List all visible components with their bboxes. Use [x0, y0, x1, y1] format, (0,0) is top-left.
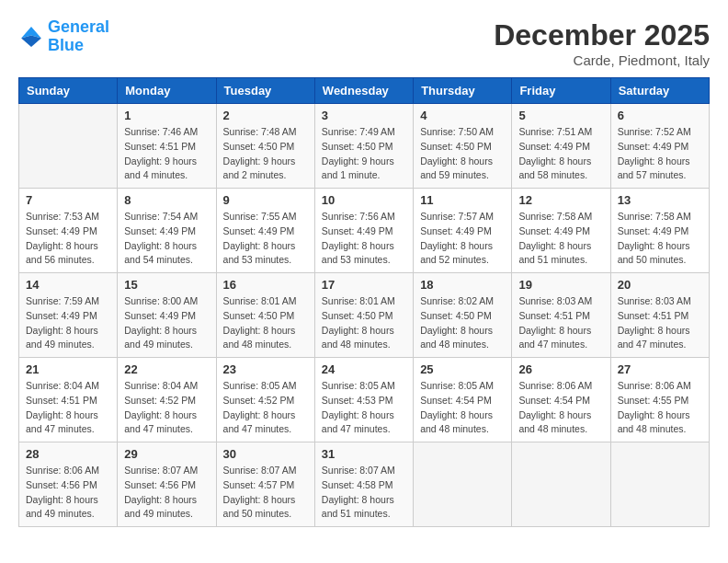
day-number: 30 — [223, 447, 308, 461]
calendar-cell: 29Sunrise: 8:07 AMSunset: 4:56 PMDayligh… — [118, 442, 216, 527]
day-number: 25 — [420, 362, 505, 376]
calendar-cell: 18Sunrise: 8:02 AMSunset: 4:50 PMDayligh… — [414, 273, 512, 358]
day-number: 22 — [124, 362, 209, 376]
day-info: Sunrise: 7:58 AMSunset: 4:49 PMDaylight:… — [518, 210, 603, 268]
calendar-cell: 8Sunrise: 7:54 AMSunset: 4:49 PMDaylight… — [118, 189, 216, 273]
day-info: Sunrise: 7:54 AMSunset: 4:49 PMDaylight:… — [124, 210, 209, 268]
day-number: 4 — [420, 109, 505, 122]
weekday-header-tuesday: Tuesday — [216, 78, 314, 104]
day-number: 3 — [322, 109, 406, 122]
day-number: 5 — [518, 109, 603, 122]
logo-text: General Blue — [48, 18, 109, 55]
weekday-header-sunday: Sunday — [19, 78, 118, 104]
calendar-cell: 22Sunrise: 8:04 AMSunset: 4:52 PMDayligh… — [118, 358, 216, 442]
title-block: December 2025 Carde, Piedmont, Italy — [494, 18, 710, 68]
calendar-cell: 14Sunrise: 7:59 AMSunset: 4:49 PMDayligh… — [19, 273, 118, 358]
calendar-cell — [414, 442, 512, 527]
day-info: Sunrise: 7:56 AMSunset: 4:49 PMDaylight:… — [322, 210, 406, 268]
calendar-cell: 30Sunrise: 8:07 AMSunset: 4:57 PMDayligh… — [216, 442, 314, 527]
page-header: General Blue December 2025 Carde, Piedmo… — [18, 18, 710, 68]
day-number: 24 — [322, 362, 406, 376]
calendar-cell: 9Sunrise: 7:55 AMSunset: 4:49 PMDaylight… — [216, 189, 314, 273]
calendar-cell — [19, 104, 118, 189]
day-number: 15 — [124, 278, 209, 292]
day-info: Sunrise: 8:05 AMSunset: 4:52 PMDaylight:… — [223, 379, 308, 437]
day-number: 20 — [618, 278, 702, 292]
weekday-header-friday: Friday — [512, 78, 610, 104]
day-number: 7 — [26, 193, 110, 207]
calendar-header: SundayMondayTuesdayWednesdayThursdayFrid… — [19, 78, 710, 104]
calendar-cell: 5Sunrise: 7:51 AMSunset: 4:49 PMDaylight… — [512, 104, 610, 189]
weekday-header-saturday: Saturday — [610, 78, 709, 104]
day-info: Sunrise: 7:58 AMSunset: 4:49 PMDaylight:… — [618, 210, 702, 268]
calendar-cell — [512, 442, 610, 527]
weekday-row: SundayMondayTuesdayWednesdayThursdayFrid… — [19, 78, 710, 104]
day-number: 21 — [26, 362, 110, 376]
day-number: 26 — [518, 362, 603, 376]
day-number: 29 — [124, 447, 209, 461]
day-info: Sunrise: 7:59 AMSunset: 4:49 PMDaylight:… — [26, 294, 110, 352]
day-number: 27 — [618, 362, 702, 376]
day-info: Sunrise: 8:01 AMSunset: 4:50 PMDaylight:… — [223, 294, 308, 352]
day-number: 14 — [26, 278, 110, 292]
location: Carde, Piedmont, Italy — [494, 52, 710, 68]
week-row-1: 1Sunrise: 7:46 AMSunset: 4:51 PMDaylight… — [19, 104, 710, 189]
day-info: Sunrise: 8:06 AMSunset: 4:54 PMDaylight:… — [518, 379, 603, 437]
calendar-cell: 25Sunrise: 8:05 AMSunset: 4:54 PMDayligh… — [414, 358, 512, 442]
day-number: 8 — [124, 193, 209, 207]
day-info: Sunrise: 8:07 AMSunset: 4:56 PMDaylight:… — [124, 464, 209, 522]
day-info: Sunrise: 8:07 AMSunset: 4:58 PMDaylight:… — [322, 464, 406, 522]
day-number: 1 — [124, 109, 209, 122]
day-info: Sunrise: 8:07 AMSunset: 4:57 PMDaylight:… — [223, 464, 308, 522]
week-row-2: 7Sunrise: 7:53 AMSunset: 4:49 PMDaylight… — [19, 189, 710, 273]
day-info: Sunrise: 8:04 AMSunset: 4:52 PMDaylight:… — [124, 379, 209, 437]
day-number: 6 — [618, 109, 702, 122]
calendar-cell: 21Sunrise: 8:04 AMSunset: 4:51 PMDayligh… — [19, 358, 118, 442]
calendar-cell: 28Sunrise: 8:06 AMSunset: 4:56 PMDayligh… — [19, 442, 118, 527]
day-info: Sunrise: 8:00 AMSunset: 4:49 PMDaylight:… — [124, 294, 209, 352]
day-number: 31 — [322, 447, 406, 461]
calendar-cell: 3Sunrise: 7:49 AMSunset: 4:50 PMDaylight… — [314, 104, 413, 189]
calendar-cell: 19Sunrise: 8:03 AMSunset: 4:51 PMDayligh… — [512, 273, 610, 358]
weekday-header-monday: Monday — [118, 78, 216, 104]
day-number: 12 — [518, 193, 603, 207]
logo-icon — [18, 24, 44, 50]
day-info: Sunrise: 8:06 AMSunset: 4:56 PMDaylight:… — [26, 464, 110, 522]
calendar-cell: 15Sunrise: 8:00 AMSunset: 4:49 PMDayligh… — [118, 273, 216, 358]
day-info: Sunrise: 8:06 AMSunset: 4:55 PMDaylight:… — [618, 379, 702, 437]
calendar-cell: 13Sunrise: 7:58 AMSunset: 4:49 PMDayligh… — [610, 189, 709, 273]
calendar-cell: 23Sunrise: 8:05 AMSunset: 4:52 PMDayligh… — [216, 358, 314, 442]
day-info: Sunrise: 8:05 AMSunset: 4:53 PMDaylight:… — [322, 379, 406, 437]
day-info: Sunrise: 8:03 AMSunset: 4:51 PMDaylight:… — [618, 294, 702, 352]
day-info: Sunrise: 8:01 AMSunset: 4:50 PMDaylight:… — [322, 294, 406, 352]
calendar-cell: 2Sunrise: 7:48 AMSunset: 4:50 PMDaylight… — [216, 104, 314, 189]
calendar-cell: 12Sunrise: 7:58 AMSunset: 4:49 PMDayligh… — [512, 189, 610, 273]
weekday-header-wednesday: Wednesday — [314, 78, 413, 104]
weekday-header-thursday: Thursday — [414, 78, 512, 104]
calendar-cell: 17Sunrise: 8:01 AMSunset: 4:50 PMDayligh… — [314, 273, 413, 358]
day-info: Sunrise: 7:52 AMSunset: 4:49 PMDaylight:… — [618, 125, 702, 183]
day-info: Sunrise: 7:48 AMSunset: 4:50 PMDaylight:… — [223, 125, 308, 183]
day-info: Sunrise: 7:50 AMSunset: 4:50 PMDaylight:… — [420, 125, 505, 183]
calendar-cell: 7Sunrise: 7:53 AMSunset: 4:49 PMDaylight… — [19, 189, 118, 273]
day-number: 19 — [518, 278, 603, 292]
calendar-cell — [610, 442, 709, 527]
calendar-cell: 4Sunrise: 7:50 AMSunset: 4:50 PMDaylight… — [414, 104, 512, 189]
day-number: 18 — [420, 278, 505, 292]
calendar-cell: 1Sunrise: 7:46 AMSunset: 4:51 PMDaylight… — [118, 104, 216, 189]
day-info: Sunrise: 8:02 AMSunset: 4:50 PMDaylight:… — [420, 294, 505, 352]
day-info: Sunrise: 7:55 AMSunset: 4:49 PMDaylight:… — [223, 210, 308, 268]
calendar-cell: 16Sunrise: 8:01 AMSunset: 4:50 PMDayligh… — [216, 273, 314, 358]
day-info: Sunrise: 8:03 AMSunset: 4:51 PMDaylight:… — [518, 294, 603, 352]
logo-line2: Blue — [48, 36, 84, 54]
calendar-cell: 20Sunrise: 8:03 AMSunset: 4:51 PMDayligh… — [610, 273, 709, 358]
calendar-table: SundayMondayTuesdayWednesdayThursdayFrid… — [18, 77, 710, 527]
day-number: 10 — [322, 193, 406, 207]
week-row-5: 28Sunrise: 8:06 AMSunset: 4:56 PMDayligh… — [19, 442, 710, 527]
day-info: Sunrise: 8:04 AMSunset: 4:51 PMDaylight:… — [26, 379, 110, 437]
day-number: 16 — [223, 278, 308, 292]
day-number: 23 — [223, 362, 308, 376]
calendar-cell: 11Sunrise: 7:57 AMSunset: 4:49 PMDayligh… — [414, 189, 512, 273]
calendar-cell: 26Sunrise: 8:06 AMSunset: 4:54 PMDayligh… — [512, 358, 610, 442]
week-row-4: 21Sunrise: 8:04 AMSunset: 4:51 PMDayligh… — [19, 358, 710, 442]
